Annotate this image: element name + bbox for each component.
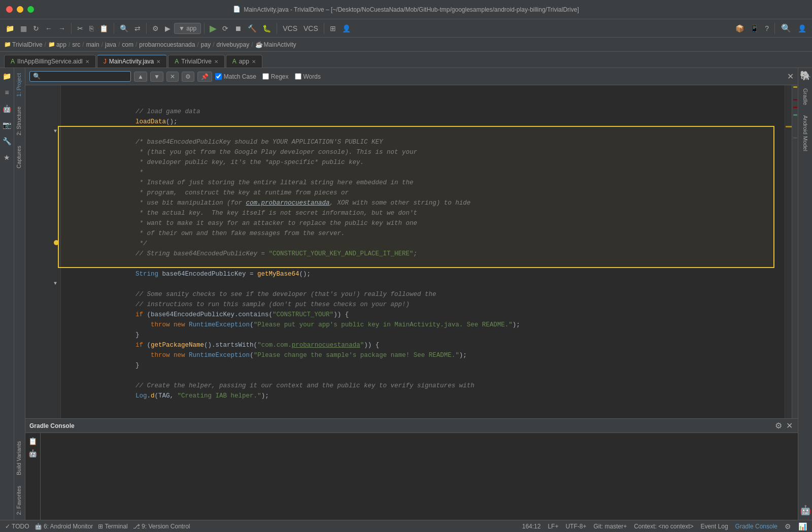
bc-mainactivity[interactable]: ☕ MainActivity (255, 41, 296, 48)
gradle-icon-2[interactable]: 🤖 (27, 448, 38, 458)
editor-scroll-area[interactable]: ▼ ▼ // load game data loadData(); (25, 85, 798, 418)
bc-com[interactable]: com (122, 41, 133, 48)
bc-trivialdrive[interactable]: 📁 TrivialDrive (4, 41, 43, 48)
words-checkbox[interactable] (295, 73, 301, 80)
window-title: MainActivity.java - TrivialDrive – [~/De… (244, 6, 579, 13)
status-settings-icon[interactable]: ⚙ (785, 522, 791, 530)
code-area[interactable]: // load game data loadData(); /* base64E… (61, 85, 785, 418)
build-variants-label[interactable]: Build Variants (14, 436, 25, 480)
sdk-manager-icon[interactable]: 📦 (733, 23, 747, 34)
vcs2-icon[interactable]: VCS (301, 23, 321, 34)
tab-inapp[interactable]: A IInAppBillingService.aidl ✕ (4, 55, 96, 68)
captures-panel-btn[interactable]: 📷 (1, 119, 13, 131)
close-search-btn[interactable]: ✕ (787, 72, 794, 81)
structure-label[interactable]: 2: Structure (14, 102, 25, 141)
separator (114, 23, 114, 34)
android-monitor-btn[interactable]: 🤖 6: Android Monitor (35, 523, 93, 530)
code-line: Log.d(TAG, "Creating IAB helper."); (67, 381, 785, 391)
version-control-btn[interactable]: ⎇ 9: Version Control (133, 523, 190, 530)
sync-icon[interactable]: ⟳ (220, 23, 231, 34)
build-variants-btn[interactable]: 🔧 (1, 135, 13, 147)
folder-icon[interactable]: 📁 (3, 23, 17, 34)
maximize-button[interactable] (27, 6, 34, 13)
event-log-btn[interactable]: Event Log (701, 523, 728, 530)
debug-icon[interactable]: 🐛 (260, 23, 274, 34)
status-memory-icon[interactable]: 📊 (798, 522, 807, 530)
options-btn[interactable]: ⚙ (182, 72, 194, 82)
stop-icon[interactable]: ⏹ (232, 23, 244, 34)
code-line: throw new RuntimeException("Please put y… (67, 310, 785, 320)
settings-icon[interactable]: ⚙ (150, 23, 161, 34)
find-replace-icon[interactable]: ⇄ (132, 23, 143, 34)
bc-src[interactable]: src (72, 41, 80, 48)
bottom-panel: Gradle Console ⚙ ✕ 📋 🤖 (25, 418, 798, 520)
settings-user-icon[interactable]: 👤 (795, 23, 809, 34)
app-selector[interactable]: ▼ app (174, 23, 201, 34)
gradle-icon-1[interactable]: 📋 (27, 436, 38, 446)
code-line: // String base64EncodedPublicKey = "CONS… (67, 239, 785, 249)
copy-icon[interactable]: ⎘ (87, 23, 96, 34)
captures-label[interactable]: Captures (14, 141, 25, 174)
favorites-label[interactable]: 2: Favorites (14, 481, 25, 520)
fold-icon-2[interactable]: ▼ (54, 281, 57, 286)
next-result-btn[interactable]: ▼ (150, 72, 163, 82)
words-option[interactable]: Words (295, 73, 321, 80)
gradle-console-status-btn[interactable]: Gradle Console (735, 523, 777, 530)
android-model-label[interactable]: Android Model (801, 111, 810, 155)
tab-mainactivity[interactable]: J MainActivity.java ✕ (97, 55, 167, 68)
project-label[interactable]: 1: Project (14, 68, 25, 102)
layout-icon[interactable]: ▦ (18, 23, 29, 34)
match-case-checkbox[interactable] (215, 73, 222, 80)
separator (774, 23, 775, 34)
forward-icon[interactable]: → (56, 23, 68, 34)
prev-result-btn[interactable]: ▲ (134, 72, 147, 82)
back-icon[interactable]: ← (43, 23, 55, 34)
avd-icon[interactable]: 📱 (748, 23, 761, 34)
tab-close-main[interactable]: ✕ (156, 59, 160, 64)
refresh-icon[interactable]: ↻ (30, 23, 42, 34)
bc-probar[interactable]: probarnocuestanada (139, 41, 195, 48)
terminal-icon[interactable]: ⊞ (327, 23, 339, 34)
profile-icon[interactable]: 👤 (340, 23, 353, 34)
gradle-settings-btn[interactable]: ⚙ (774, 420, 783, 431)
toolbar-search-icon[interactable]: 🔍 (778, 22, 794, 35)
bc-drivebuypay[interactable]: drivebuypay (217, 41, 250, 48)
android-panel-btn[interactable]: 🤖 (1, 103, 13, 115)
run-config-icon[interactable]: ▶ (162, 23, 173, 34)
gradle-close-btn[interactable]: ✕ (785, 420, 794, 431)
todo-btn[interactable]: ✓ TODO (5, 523, 29, 530)
find-icon[interactable]: 🔍 (117, 23, 131, 34)
title-doc-icon: 📄 (233, 6, 241, 13)
regex-option[interactable]: Regex (262, 73, 289, 80)
pin-btn[interactable]: 📌 (197, 72, 212, 82)
bc-pay[interactable]: pay (201, 41, 211, 48)
search-input[interactable] (43, 73, 124, 80)
help-icon[interactable]: ? (762, 23, 771, 34)
close-button[interactable] (6, 6, 13, 13)
match-case-option[interactable]: Match Case (215, 73, 256, 80)
structure-panel-btn[interactable]: ≡ (3, 86, 11, 98)
tab-close-app[interactable]: ✕ (252, 59, 256, 64)
project-panel-btn[interactable]: 📁 (1, 70, 13, 82)
cut-icon[interactable]: ✂ (75, 23, 86, 34)
regex-checkbox[interactable] (262, 73, 269, 80)
bc-app[interactable]: 📁 app (48, 41, 66, 48)
favorites-btn[interactable]: ★ (2, 151, 12, 163)
paste-icon[interactable]: 📋 (97, 23, 111, 34)
java-icon: ☕ (255, 41, 263, 48)
tab-close-trivialdrive[interactable]: ✕ (214, 59, 218, 64)
terminal-btn[interactable]: ⊞ Terminal (98, 523, 127, 530)
bc-main[interactable]: main (86, 41, 99, 48)
close-search-nav[interactable]: ✕ (166, 72, 179, 82)
bookmark-marker (54, 240, 59, 245)
vcs-icon[interactable]: VCS (280, 23, 300, 34)
build-icon[interactable]: 🔨 (245, 23, 259, 34)
fold-icon[interactable]: ▼ (54, 128, 57, 134)
bc-java[interactable]: java (105, 41, 116, 48)
gradle-label[interactable]: Gradle (800, 84, 810, 109)
tab-app[interactable]: A app ✕ (226, 55, 262, 68)
minimize-button[interactable] (17, 6, 23, 13)
run-button[interactable]: ▶ (208, 22, 219, 35)
tab-close-inapp[interactable]: ✕ (85, 59, 89, 64)
tab-trivialdrive[interactable]: A TrivialDrive ✕ (168, 55, 225, 68)
